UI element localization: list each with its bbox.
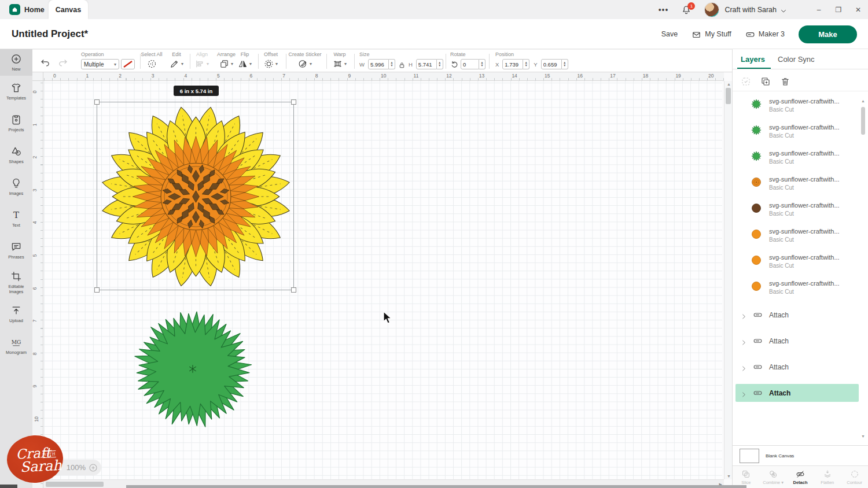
ruler-v-number: 6 bbox=[32, 287, 38, 290]
sunflower-image[interactable] bbox=[97, 102, 295, 291]
selection-bounding-box[interactable] bbox=[97, 102, 294, 290]
layer-row[interactable]: svg-sunflower-craftwith... Basic Cut bbox=[733, 146, 868, 172]
vertical-ruler: 012345678910 bbox=[32, 81, 43, 488]
save-button[interactable]: Save bbox=[661, 30, 678, 38]
sidebar-item-text[interactable]: T Text bbox=[0, 203, 32, 235]
tab-color-sync[interactable]: Color Sync bbox=[778, 49, 815, 69]
make-button[interactable]: Make bbox=[799, 25, 857, 43]
redo-button[interactable] bbox=[58, 57, 68, 67]
select-layers-button[interactable] bbox=[741, 76, 751, 87]
selection-handle-bottom-left[interactable] bbox=[94, 287, 100, 293]
width-input[interactable] bbox=[368, 59, 389, 69]
contour-button[interactable]: Contour bbox=[841, 466, 868, 488]
tab-canvas[interactable]: Canvas bbox=[49, 0, 88, 19]
sidebar-item-shapes[interactable]: Shapes bbox=[0, 139, 32, 171]
window-close-button[interactable]: ✕ bbox=[848, 0, 868, 19]
align-group[interactable]: Align ▾ bbox=[192, 51, 212, 69]
chevron-right-icon[interactable] bbox=[741, 338, 747, 344]
layer-scroll-thumb[interactable] bbox=[861, 107, 865, 135]
rotate-stepper[interactable]: ▲▼ bbox=[479, 59, 486, 69]
avatar[interactable] bbox=[704, 2, 719, 17]
selection-handle-bottom-right[interactable] bbox=[291, 287, 296, 293]
operation-select[interactable]: Multiple▾ bbox=[81, 59, 119, 69]
ruler-v-number: 10 bbox=[34, 416, 39, 422]
sidebar-item-editable-images[interactable]: Editable Images bbox=[0, 267, 32, 298]
selection-handle-top-right[interactable] bbox=[291, 99, 296, 105]
zoom-in-button[interactable] bbox=[89, 463, 98, 472]
account-name[interactable]: Craft with Sarah bbox=[724, 6, 777, 14]
duplicate-layer-button[interactable] bbox=[760, 76, 771, 87]
chevron-right-icon[interactable] bbox=[741, 390, 747, 396]
tab-home[interactable]: Home bbox=[9, 0, 45, 19]
window-minimize-button[interactable]: – bbox=[809, 0, 829, 19]
undo-button[interactable] bbox=[41, 57, 50, 67]
combine-button[interactable]: Combine ▾ bbox=[760, 466, 787, 488]
horizontal-scroll-thumb[interactable] bbox=[46, 482, 104, 487]
attach-group-row[interactable]: Attach bbox=[733, 302, 868, 328]
my-stuff-button[interactable]: My Stuff bbox=[692, 29, 731, 39]
canvas-vertical-scrollbar[interactable]: ▲ ▼ bbox=[724, 81, 732, 479]
layer-row[interactable]: svg-sunflower-craftwith... Basic Cut bbox=[733, 276, 868, 302]
chevron-right-icon[interactable] bbox=[741, 312, 747, 318]
attach-group-row[interactable]: Attach bbox=[733, 380, 868, 406]
pen-color-swatch[interactable] bbox=[121, 59, 135, 69]
sunflower-leaf-shape[interactable] bbox=[132, 308, 253, 430]
scrollbar-corner bbox=[0, 485, 17, 488]
detach-button[interactable]: Detach bbox=[787, 466, 814, 488]
blank-canvas-row[interactable]: Blank Canvas bbox=[733, 445, 868, 465]
cricut-logo-icon bbox=[9, 4, 20, 15]
layer-row[interactable]: svg-sunflower-craftwith... Basic Cut bbox=[733, 94, 868, 120]
sidebar-item-phrases[interactable]: Phrases bbox=[0, 235, 32, 267]
position-y-input[interactable] bbox=[541, 59, 562, 69]
vertical-scroll-thumb[interactable] bbox=[726, 88, 731, 104]
flip-group[interactable]: Flip ▾ bbox=[235, 51, 255, 69]
ruler-corner bbox=[32, 72, 43, 81]
layer-row[interactable]: svg-sunflower-craftwith... Basic Cut bbox=[733, 224, 868, 250]
sidebar-item-upload[interactable]: Upload bbox=[0, 298, 32, 330]
ruler-h-number: 16 bbox=[578, 73, 583, 79]
size-tooltip: 6 in x 5.74 in bbox=[174, 86, 219, 96]
layer-list-scrollbar[interactable]: ▲ ▼ bbox=[861, 94, 866, 135]
sidebar-item-monogram[interactable]: MG Monogram bbox=[0, 330, 32, 362]
sidebar-item-new[interactable]: New bbox=[0, 49, 32, 76]
height-stepper[interactable]: ▲▼ bbox=[437, 59, 443, 69]
width-stepper[interactable]: ▲▼ bbox=[389, 59, 395, 69]
sidebar-item-images[interactable]: Images bbox=[0, 171, 32, 203]
design-canvas[interactable]: 6 in x 5.74 in 100% bbox=[43, 81, 722, 480]
selection-handle-top-left[interactable] bbox=[94, 99, 100, 105]
edit-group[interactable]: Edit ▾ bbox=[167, 51, 186, 69]
attach-group-row[interactable]: Attach bbox=[733, 328, 868, 354]
tab-layers[interactable]: Layers bbox=[741, 49, 765, 69]
position-x-stepper[interactable]: ▲▼ bbox=[523, 59, 529, 69]
sidebar-item-projects[interactable]: Projects bbox=[0, 108, 32, 139]
chevron-right-icon[interactable] bbox=[741, 364, 747, 370]
upload-icon bbox=[10, 305, 22, 316]
warp-group[interactable]: Warp ▾ bbox=[328, 51, 352, 69]
attach-icon bbox=[753, 388, 763, 398]
rotate-icon[interactable] bbox=[450, 60, 459, 69]
position-x-input[interactable] bbox=[502, 59, 523, 69]
sidebar-item-templates[interactable]: Templates bbox=[0, 76, 32, 108]
attach-group-row[interactable]: Attach bbox=[733, 354, 868, 380]
attach-icon bbox=[753, 336, 763, 346]
flip-icon bbox=[238, 59, 248, 69]
select-all-group[interactable]: Select All bbox=[137, 51, 167, 69]
position-y-stepper[interactable]: ▲▼ bbox=[562, 59, 568, 69]
layer-row[interactable]: svg-sunflower-craftwith... Basic Cut bbox=[733, 120, 868, 146]
layer-row[interactable]: svg-sunflower-craftwith... Basic Cut bbox=[733, 198, 868, 224]
create-sticker-group[interactable]: Create Sticker ▾ bbox=[286, 51, 324, 69]
my-stuff-icon bbox=[692, 29, 701, 39]
window-maximize-button[interactable]: ❐ bbox=[829, 0, 848, 19]
flatten-button[interactable]: Flatten bbox=[814, 466, 841, 488]
height-input[interactable] bbox=[416, 59, 437, 69]
layer-row[interactable]: svg-sunflower-craftwith... Basic Cut bbox=[733, 250, 868, 276]
machine-select-button[interactable]: Maker 3 bbox=[745, 29, 785, 39]
layer-row[interactable]: svg-sunflower-craftwith... Basic Cut bbox=[733, 172, 868, 198]
overflow-menu-button[interactable]: ••• bbox=[659, 5, 669, 14]
offset-group[interactable]: Offset ▾ bbox=[259, 51, 282, 69]
notifications-button[interactable]: 1 bbox=[681, 5, 692, 15]
lock-aspect-icon[interactable] bbox=[398, 61, 406, 68]
rotate-input[interactable] bbox=[461, 59, 479, 69]
delete-layer-button[interactable] bbox=[780, 76, 790, 87]
chevron-down-icon[interactable] bbox=[780, 6, 787, 13]
